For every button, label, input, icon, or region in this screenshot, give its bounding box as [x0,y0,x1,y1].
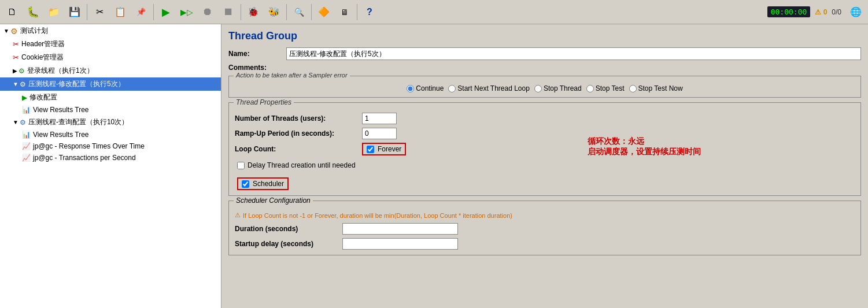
paste-button[interactable]: 📌 [131,2,151,22]
sidebar-item-modify-config[interactable]: ▶ 修改配置 [0,91,221,104]
open-button[interactable]: 🐛 [23,2,43,22]
sidebar-item-view-results-2[interactable]: 📊 View Results Tree [0,129,221,140]
cut-button[interactable]: ✂ [90,2,109,22]
startup-delay-row: Startup delay (seconds) [235,236,855,251]
response-times-label: jp@gc - Response Times Over Time [33,142,145,150]
delay-thread-label: Delay Thread creation until needed [248,161,356,169]
radio-stop-test-input[interactable] [586,85,594,92]
query-thread-icon: ⚙ [20,118,26,127]
separator-6 [357,4,357,20]
loop-count-label: Loop Count: [235,145,362,153]
delay-thread-option: Delay Thread creation until needed [237,159,356,172]
scheduler-row: Scheduler [235,173,855,192]
sched-config-group: Scheduler Configuration ⚠ If Loop Count … [228,201,861,255]
login-thread-icon: ⚙ [19,67,25,75]
startup-delay-input[interactable] [342,238,458,250]
num-threads-row: Number of Threads (users): [235,111,855,126]
copy-button[interactable]: 📋 [110,2,130,22]
separator-3 [241,4,241,20]
separator-1 [87,4,87,20]
annotation-line2: 启动调度器，设置持续压测时间 [588,147,701,157]
radio-stop-thread[interactable]: Stop Thread [534,84,582,92]
merge-button[interactable]: 🔶 [314,2,334,22]
sidebar-item-transactions[interactable]: 📈 jp@gc - Transactions per Second [0,152,221,164]
radio-stop-test-now-input[interactable] [629,85,637,92]
help-button[interactable]: ? [360,2,379,22]
radio-start-next-input[interactable] [448,85,456,92]
collapse-arrow-stress[interactable]: ▼ [13,81,19,87]
name-row: Name: [221,46,868,62]
scheduler-checkbox[interactable] [242,180,249,188]
action-group-box: Action to be taken after a Sampler error… [228,76,861,98]
warning-badge: ⚠ 0 [815,8,827,16]
delay-thread-checkbox[interactable] [237,162,245,169]
start-button[interactable]: ▶ [156,2,176,22]
radio-stop-test[interactable]: Stop Test [586,84,625,92]
radio-row: Continue Start Next Thread Loop Stop Thr… [235,81,855,92]
action-group-title: Action to be taken after a Sampler error [234,72,350,79]
transactions-icon: 📈 [22,154,31,162]
globe-button[interactable]: 🌐 [846,2,866,22]
sidebar-item-test-plan[interactable]: ▼ ⚙ 测试计划 [0,24,221,38]
content-inner: Thread Group Name: Comments: Action to b… [221,24,868,255]
view-results-1-label: View Results Tree [33,106,89,114]
sidebar-item-query-thread[interactable]: ▼ ⚙ 压测线程-查询配置（执行10次） [0,116,221,129]
sched-warning: ⚠ If Loop Count is not -1 or Forever, du… [235,209,855,221]
modify-config-label: 修改配置 [29,92,57,102]
radio-start-next[interactable]: Start Next Thread Loop [448,84,530,92]
sidebar-item-header-mgr[interactable]: ✂ Header管理器 [0,38,221,51]
login-thread-label: 登录线程（执行1次） [27,66,94,76]
num-threads-input[interactable] [362,113,397,124]
stop-button[interactable]: ⏺ [198,2,217,22]
save-template-button[interactable]: 📁 [44,2,64,22]
sidebar-item-stress-thread[interactable]: ▼ ⚙ 压测线程-修改配置（执行5次） [0,77,221,91]
sched-warning-text: If Loop Count is not -1 or Forever, dura… [243,212,512,219]
collapse-arrow-login[interactable]: ▶ [13,68,17,74]
header-mgr-label: Header管理器 [21,39,65,49]
thread-props-title: Thread Properties [234,98,294,106]
duration-label: Duration (seconds) [235,225,339,233]
remote-start-button[interactable]: 🖥 [335,2,354,22]
radio-stop-test-now[interactable]: Stop Test Now [629,84,683,92]
new-button[interactable]: 🗋 [2,2,22,22]
annotation-line1: 循环次数：永远 [588,136,701,147]
toolbar: 🗋 🐛 📁 💾 ✂ 📋 📌 ▶ ▶▷ ⏺ ⏹ 🐞 🐝 🔍 🔶 🖥 ? 00:00… [0,0,868,24]
radio-stop-test-now-label: Stop Test Now [638,84,683,92]
shutdown-button[interactable]: ⏹ [219,2,238,22]
sidebar-item-cookie-mgr[interactable]: ✂ Cookie管理器 [0,51,221,64]
collapse-arrow-test-plan[interactable]: ▼ [3,28,9,34]
find-button[interactable]: 🔍 [289,2,309,22]
name-label: Name: [228,50,286,58]
sidebar-item-view-results-1[interactable]: 📊 View Results Tree [0,104,221,116]
modify-config-icon: ▶ [22,94,27,102]
duration-input[interactable] [342,223,458,235]
num-threads-label: Number of Threads (users): [235,114,362,123]
thread-props-group: Thread Properties Number of Threads (use… [228,102,861,196]
scheduler-box: Scheduler [237,177,289,190]
name-input[interactable] [286,47,861,60]
clear-button[interactable]: 🐞 [243,2,263,22]
timer-display: 00:00:00 [767,6,811,17]
cookie-mgr-icon: ✂ [13,53,19,62]
radio-stop-thread-input[interactable] [534,85,542,92]
warn-icon: ⚠ [235,211,241,219]
view-results-2-label: View Results Tree [33,131,89,139]
loop-forever-checkbox[interactable] [367,146,374,153]
annotation: 循环次数：永远 启动调度器，设置持续压测时间 [588,136,701,157]
stat-display: 0/0 [832,8,841,16]
sidebar-item-response-times[interactable]: 📈 jp@gc - Response Times Over Time [0,140,221,152]
sidebar-item-login-thread[interactable]: ▶ ⚙ 登录线程（执行1次） [0,64,221,77]
comments-label: Comments: [228,64,286,72]
clear-all-button[interactable]: 🐝 [264,2,284,22]
save-button[interactable]: 💾 [65,2,84,22]
radio-continue[interactable]: Continue [407,84,444,92]
start-no-pauses-button[interactable]: ▶▷ [177,2,197,22]
radio-continue-input[interactable] [407,85,414,92]
sched-config-title: Scheduler Configuration [234,196,313,205]
rampup-input[interactable] [362,128,397,139]
collapse-arrow-query[interactable]: ▼ [13,119,19,125]
radio-stop-test-label: Stop Test [596,84,625,92]
toolbar-right: 00:00:00 ⚠ 0 0/0 🌐 [767,2,866,22]
separator-2 [153,4,154,20]
loop-count-row: Loop Count: Forever 循环次数：永远 启动调度器，设置持续压测… [235,141,855,157]
